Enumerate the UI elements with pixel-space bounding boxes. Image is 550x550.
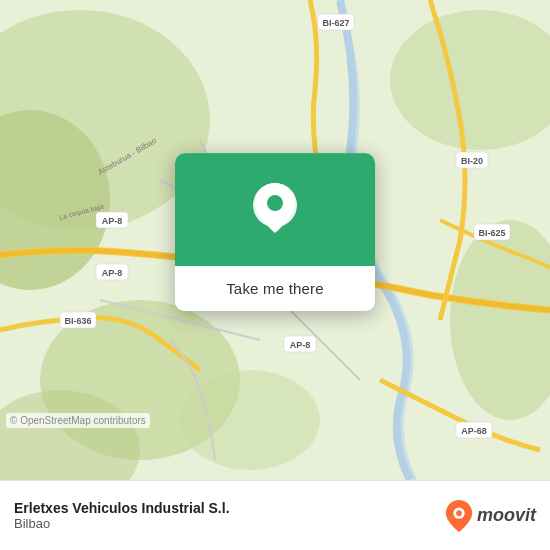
location-pin-icon <box>250 183 300 241</box>
svg-point-29 <box>456 510 462 516</box>
svg-text:BI-636: BI-636 <box>64 316 91 326</box>
svg-text:AP-8: AP-8 <box>102 216 123 226</box>
moovit-logo: moovit <box>445 500 536 532</box>
location-card: Take me there <box>175 153 375 311</box>
svg-text:BI-20: BI-20 <box>461 156 483 166</box>
place-name: Erletxes Vehiculos Industrial S.l. <box>14 500 445 516</box>
map-area: AP-8 AP-8 AP-8 BI-636 BI-627 BI-20 BI-62… <box>0 0 550 480</box>
card-header <box>175 153 375 266</box>
bottom-bar: Erletxes Vehiculos Industrial S.l. Bilba… <box>0 480 550 550</box>
map-attribution: © OpenStreetMap contributors <box>6 413 150 428</box>
moovit-text: moovit <box>477 505 536 526</box>
svg-text:BI-625: BI-625 <box>478 228 505 238</box>
svg-point-7 <box>180 370 320 470</box>
take-me-there-button[interactable]: Take me there <box>175 266 375 311</box>
svg-text:AP-68: AP-68 <box>461 426 487 436</box>
moovit-pin-icon <box>445 500 473 532</box>
svg-text:AP-8: AP-8 <box>290 340 311 350</box>
svg-text:AP-8: AP-8 <box>102 268 123 278</box>
svg-point-27 <box>267 195 283 211</box>
place-city: Bilbao <box>14 516 445 531</box>
svg-text:BI-627: BI-627 <box>322 18 349 28</box>
